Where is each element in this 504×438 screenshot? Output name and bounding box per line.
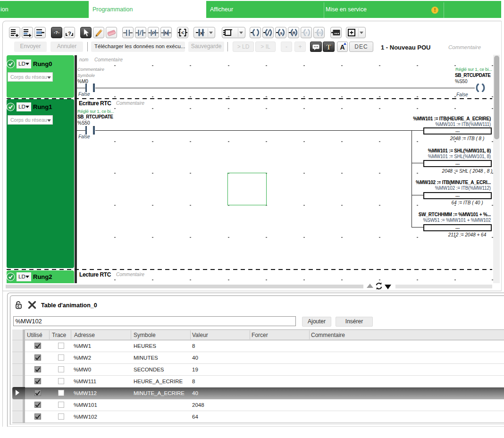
svg-text:N: N (165, 30, 168, 35)
svg-text:?: ? (68, 31, 71, 36)
svg-text:s: s (280, 31, 282, 35)
svg-text:#: # (305, 31, 308, 35)
svg-text:<: < (181, 30, 184, 35)
svg-text:P: P (152, 30, 155, 35)
svg-text:#D: #D (318, 31, 322, 34)
svg-text:x: x (200, 31, 202, 35)
svg-text:R: R (293, 31, 296, 35)
